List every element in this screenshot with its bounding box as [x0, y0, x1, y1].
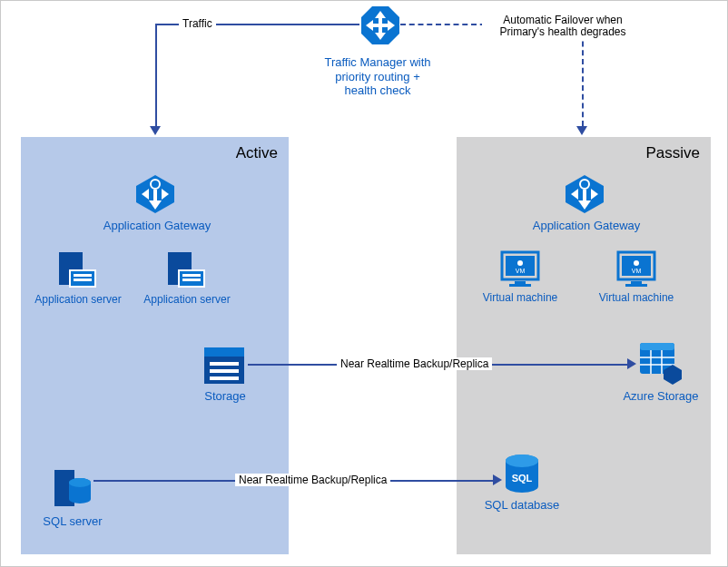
active-app-server-2-icon	[166, 250, 206, 290]
svg-rect-48	[640, 343, 674, 350]
edge-traffic-label: Traffic	[179, 17, 216, 30]
active-app-server-1-icon	[57, 250, 97, 290]
edge-traffic-v	[155, 24, 157, 126]
svg-point-37	[517, 260, 523, 266]
svg-rect-34	[583, 190, 586, 202]
edge-failover-arrow	[576, 126, 587, 135]
edge-failover-label: Automatic Failover when Primary's health…	[482, 15, 644, 38]
active-region-title: Active	[236, 144, 278, 162]
active-app-server-1-label: Application server	[28, 293, 128, 306]
passive-sql-database-label: SQL database	[480, 498, 564, 513]
active-sql-server-label: SQL server	[41, 514, 104, 529]
passive-vm-2-icon: VM	[616, 250, 656, 288]
edge-backup-sql-arrow	[493, 474, 502, 485]
svg-rect-16	[74, 279, 92, 281]
active-region: Active Application Gateway	[21, 137, 289, 554]
svg-rect-46	[625, 284, 647, 287]
passive-vm-1-label: Virtual machine	[473, 291, 567, 304]
passive-vm-2-label: Virtual machine	[589, 291, 684, 304]
svg-rect-19	[182, 274, 201, 277]
traffic-manager-label: Traffic Manager with priority routing + …	[323, 55, 432, 98]
edge-traffic-arrow	[150, 126, 161, 135]
edge-failover-v	[582, 24, 584, 126]
svg-rect-22	[204, 347, 244, 357]
active-app-gateway-icon	[134, 173, 176, 215]
passive-region-title: Passive	[645, 144, 700, 162]
svg-point-28	[69, 478, 91, 487]
svg-rect-6	[371, 24, 389, 27]
svg-rect-25	[210, 376, 239, 380]
edge-backup-storage-label: Near Realtime Backup/Replica	[337, 357, 492, 370]
diagram-canvas: Traffic Manager with priority routing + …	[0, 0, 728, 567]
svg-rect-45	[631, 281, 642, 284]
active-storage-icon	[202, 346, 246, 386]
edge-backup-sql-label: Near Realtime Backup/Replica	[235, 474, 390, 486]
svg-rect-24	[210, 369, 239, 373]
passive-azure-storage-label: Azure Storage	[620, 389, 702, 404]
svg-text:VM: VM	[632, 268, 642, 274]
svg-rect-15	[74, 274, 92, 277]
active-storage-label: Storage	[193, 389, 257, 404]
passive-app-gateway-icon	[564, 173, 605, 215]
edge-backup-storage-arrow	[627, 358, 636, 369]
passive-vm-1-icon: VM	[500, 250, 540, 288]
svg-rect-20	[182, 279, 201, 281]
svg-rect-40	[509, 284, 531, 287]
svg-text:VM: VM	[516, 268, 526, 274]
svg-rect-23	[210, 362, 239, 366]
svg-point-43	[634, 260, 639, 266]
passive-sql-database-icon: SQL	[502, 453, 542, 496]
traffic-manager-icon	[359, 5, 400, 45]
svg-point-55	[506, 455, 538, 467]
svg-text:SQL: SQL	[512, 473, 533, 484]
active-app-gateway-label: Application Gateway	[103, 219, 212, 233]
passive-app-gateway-label: Application Gateway	[527, 219, 645, 233]
svg-rect-12	[153, 190, 157, 202]
svg-rect-39	[515, 281, 526, 284]
active-sql-server-icon	[53, 468, 93, 512]
active-app-server-2-label: Application server	[137, 293, 237, 306]
passive-region: Passive Application Gateway VM	[457, 137, 711, 554]
passive-azure-storage-icon	[638, 341, 684, 385]
